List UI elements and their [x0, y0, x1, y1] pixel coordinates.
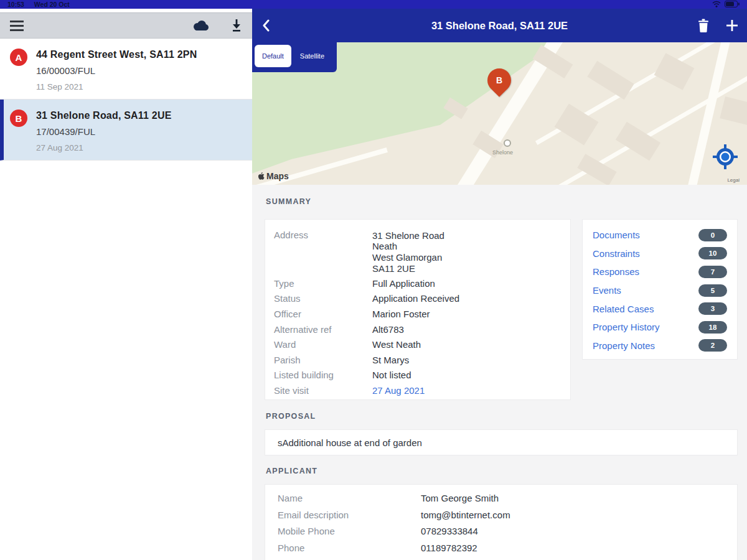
street-marker-dot: [504, 139, 511, 147]
field-row: ParishSt Marys: [274, 353, 561, 368]
add-button[interactable]: [726, 19, 738, 32]
related-link-label: Property History: [593, 322, 660, 332]
related-link-label: Property Notes: [593, 340, 655, 351]
sidebar-toolbar: [0, 12, 252, 39]
field-value: Marion Foster: [372, 307, 430, 322]
field-label: Email description: [278, 507, 421, 524]
map-tab-satellite[interactable]: Satellite: [293, 45, 332, 67]
map-canvas[interactable]: DefaultSatellite B Shelone Maps Legal: [252, 42, 747, 185]
map-building: [616, 122, 660, 161]
delete-button[interactable]: [697, 19, 710, 32]
proposal-text: sAdditional house at end of garden: [278, 437, 422, 448]
case-reference: 17/00439/FUL: [36, 126, 242, 137]
list-item[interactable]: A44 Regent Street West, SA11 2PN16/00003…: [0, 39, 252, 100]
case-list: A44 Regent Street West, SA11 2PN16/00003…: [0, 39, 252, 161]
related-links-card: Documents0Constraints10Responses7Events5…: [582, 219, 738, 360]
field-row: TypeFull Application: [274, 276, 561, 292]
case-marker-badge: B: [10, 110, 27, 127]
field-label: Phone: [278, 540, 421, 557]
field-label: Parish: [274, 353, 372, 368]
related-link-documents[interactable]: Documents0: [593, 226, 727, 245]
field-row: OfficerMarion Foster: [274, 307, 561, 322]
field-value: 07829333844: [421, 523, 478, 540]
case-sidebar: A44 Regent Street West, SA11 2PN16/00003…: [0, 9, 252, 560]
field-row: Alternative refAlt6783: [274, 322, 561, 338]
map-pin-label: B: [496, 75, 502, 85]
case-date: 27 Aug 2021: [36, 143, 242, 152]
count-badge: 10: [698, 247, 727, 259]
maps-attribution: Maps: [258, 171, 289, 181]
field-label: Type: [274, 276, 372, 292]
battery-icon: [725, 0, 740, 10]
field-label: Ward: [274, 337, 372, 353]
field-row: Listed buildingNot listed: [274, 368, 561, 383]
related-link-label: Constraints: [593, 248, 640, 259]
field-row: StatusApplication Received: [274, 291, 561, 307]
field-label: Address: [274, 228, 372, 276]
field-value-link[interactable]: 27 Aug 2021: [372, 383, 425, 399]
field-row: Site visit27 Aug 2021: [274, 383, 561, 399]
case-date: 11 Sep 2021: [36, 82, 242, 91]
related-link-property-notes[interactable]: Property Notes2: [593, 337, 727, 355]
field-row: Address31 Shelone RoadNeathWest Glamorga…: [274, 228, 561, 276]
field-label: Name: [278, 490, 421, 507]
field-value: Application Received: [372, 291, 459, 307]
related-link-property-history[interactable]: Property History18: [593, 318, 727, 337]
list-item[interactable]: B31 Shelone Road, SA11 2UE17/00439/FUL27…: [0, 100, 252, 161]
wifi-icon: [712, 0, 721, 10]
field-value: Not listed: [372, 368, 411, 383]
menu-icon[interactable]: [10, 21, 24, 31]
download-icon[interactable]: [231, 19, 242, 32]
field-row: NameTom George Smith: [278, 490, 725, 507]
field-row: WardWest Neath: [274, 337, 561, 353]
cloud-sync-icon[interactable]: [191, 19, 210, 32]
count-badge: 2: [698, 339, 727, 352]
field-row: Email descriptiontomg@btinternet.com: [278, 507, 725, 524]
field-value: Alt6783: [372, 322, 404, 338]
clock: 10:53: [7, 1, 24, 8]
proposal-card: sAdditional house at end of garden: [265, 429, 738, 455]
case-address: 44 Regent Street West, SA11 2PN: [36, 49, 242, 60]
field-value: 01189782392: [421, 540, 477, 557]
map-pin-b[interactable]: B: [487, 68, 520, 105]
field-value: West Neath: [372, 337, 421, 353]
field-label: Alternative ref: [274, 322, 372, 338]
related-link-label: Events: [593, 285, 621, 296]
status-bar: 10:53 Wed 20 Oct: [0, 0, 747, 9]
map-building: [720, 96, 747, 125]
field-value: tomg@btinternet.com: [421, 507, 510, 524]
count-badge: 18: [698, 321, 727, 334]
date: Wed 20 Oct: [34, 1, 70, 8]
field-label: Listed building: [274, 368, 372, 383]
map-tab-default[interactable]: Default: [255, 45, 291, 67]
current-location-button[interactable]: [712, 144, 738, 170]
detail-navbar: 31 Shelone Road, SA11 2UE: [252, 9, 747, 42]
count-badge: 0: [698, 229, 727, 241]
applicant-card: NameTom George SmithEmail descriptiontom…: [265, 484, 738, 560]
field-value: Tom George Smith: [421, 490, 499, 507]
related-link-label: Responses: [593, 266, 639, 277]
related-link-related-cases[interactable]: Related Cases3: [593, 299, 727, 318]
map-building: [654, 54, 695, 91]
page-title: 31 Shelone Road, SA11 2UE: [252, 20, 747, 32]
field-value: St Marys: [372, 353, 409, 368]
related-link-constraints[interactable]: Constraints10: [593, 245, 727, 263]
count-badge: 5: [698, 284, 727, 297]
field-value: 31 Shelone RoadNeathWest GlamorganSA11 2…: [372, 228, 444, 276]
case-address: 31 Shelone Road, SA11 2UE: [36, 110, 242, 121]
related-link-events[interactable]: Events5: [593, 281, 727, 300]
related-link-label: Documents: [593, 230, 640, 240]
applicant-heading: APPLICANT: [266, 467, 317, 475]
detail-content: SUMMARY Address31 Shelone RoadNeathWest …: [252, 185, 747, 560]
case-reference: 16/00003/FUL: [36, 65, 242, 76]
field-label: Officer: [274, 307, 372, 322]
apple-logo-icon: [258, 172, 265, 180]
related-link-responses[interactable]: Responses7: [593, 263, 727, 281]
count-badge: 3: [698, 302, 727, 315]
app-screen: 10:53 Wed 20 Oct A44 Regent Street West,…: [0, 0, 747, 560]
field-row: Mobile Phone07829333844: [278, 523, 725, 540]
field-value: Full Application: [372, 276, 435, 292]
field-row: Phone01189782392: [278, 540, 725, 557]
field-label: Mobile Phone: [278, 523, 421, 540]
map-legal-link[interactable]: Legal: [727, 177, 740, 183]
